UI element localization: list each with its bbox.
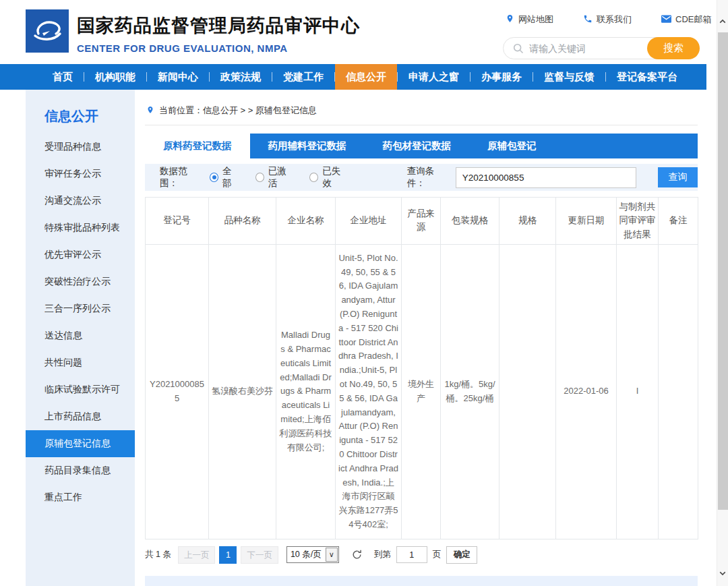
prev-page-button[interactable]: 上一页 (178, 546, 216, 564)
page: 国家药品监督管理局药品审评中心 CENTER FOR DRUG EVALUATI… (0, 0, 728, 586)
mail-icon (661, 15, 671, 25)
query-input[interactable] (456, 167, 636, 188)
col-spec: 规格 (499, 198, 556, 245)
chevron-up-icon[interactable] (717, 15, 728, 27)
query-label: 查询条件： (407, 165, 450, 189)
radio-all-label: 全部 (222, 165, 239, 189)
col-company-address: 企业地址 (336, 198, 402, 245)
col-remark: 备注 (659, 198, 698, 245)
results-table: 登记号 品种名称 企业名称 企业地址 产品来源 包装规格 规格 更新日期 与制剂… (145, 197, 698, 539)
col-product-source: 产品来源 (402, 198, 441, 245)
radio-checked-icon[interactable] (210, 173, 218, 182)
table-header-row: 登记号 品种名称 企业名称 企业地址 产品来源 包装规格 规格 更新日期 与制剂… (146, 198, 698, 245)
radio-activated[interactable]: 已激活 (255, 165, 293, 189)
sidebar-item[interactable]: 上市药品信息 (26, 403, 135, 430)
breadcrumb: 当前位置：信息公开 > > 原辅包登记信息 (145, 102, 698, 125)
col-product-name: 品种名称 (209, 198, 276, 245)
cell-package-spec: 1kg/桶。5kg/桶。25kg/桶 (441, 244, 499, 539)
site-search-button[interactable]: 搜索 (647, 37, 700, 59)
pagination-total: 共 1 条 (145, 549, 171, 560)
goto-label: 到第 (374, 549, 391, 560)
contact-label: 联系我们 (597, 13, 632, 26)
col-approval-result: 与制剂共同审评审批结果 (617, 198, 659, 245)
radio-unchecked-icon[interactable] (255, 173, 264, 182)
sidebar-item[interactable]: 沟通交流公示 (26, 187, 135, 214)
site-titles: 国家药品监督管理局药品审评中心 CENTER FOR DRUG EVALUATI… (77, 13, 360, 54)
sitemap-label: 网站地图 (518, 13, 553, 26)
sidebar-item[interactable]: 特殊审批品种列表 (26, 214, 135, 241)
breadcrumb-text: 当前位置：信息公开 > > 原辅包登记信息 (159, 105, 317, 117)
sidebar-item[interactable]: 受理品种信息 (26, 134, 135, 160)
radio-expired[interactable]: 已失效 (309, 165, 347, 189)
sidebar-item[interactable]: 审评任务公示 (26, 160, 135, 187)
nav-item[interactable]: 登记备案平台 (606, 64, 688, 90)
goto-page-input[interactable] (396, 546, 427, 563)
nav-item[interactable]: 机构职能 (84, 64, 146, 90)
filterbar: 数据范围： 全部 已激活 已失效 (145, 164, 698, 191)
nav-item[interactable]: 申请人之窗 (398, 64, 470, 90)
next-page-button[interactable]: 下一页 (241, 546, 278, 564)
sidebar-item[interactable]: 共性问题 (26, 349, 135, 376)
confirm-button[interactable]: 确定 (446, 546, 477, 564)
cell-approval-result: I (617, 244, 659, 539)
page-number-button[interactable]: 1 (219, 546, 237, 564)
site-header: 国家药品监督管理局药品审评中心 CENTER FOR DRUG EVALUATI… (0, 0, 717, 64)
page-scrollbar[interactable] (717, 0, 728, 586)
tab-excipient-data[interactable]: 药用辅料登记数据 (250, 134, 365, 158)
query-button[interactable]: 查询 (658, 167, 698, 187)
site-title: 国家药品监督管理局药品审评中心 (77, 13, 360, 38)
main-content: 当前位置：信息公开 > > 原辅包登记信息 原料药登记数据 药用辅料登记数据 药… (145, 90, 698, 586)
scope-label: 数据范围： (160, 165, 203, 189)
page-size-value: 10 条/页 (287, 549, 325, 560)
sidebar-item[interactable]: 临床试验默示许可 (26, 376, 135, 403)
sidebar-item[interactable]: 优先审评公示 (26, 241, 135, 268)
site-search: 搜索 (503, 37, 700, 59)
sidebar-item[interactable]: 三合一序列公示 (26, 295, 135, 322)
radio-expired-label: 已失效 (322, 165, 347, 189)
nav-item[interactable]: 新闻中心 (147, 64, 209, 90)
col-company-name: 企业名称 (276, 198, 336, 245)
site-search-input[interactable] (529, 38, 644, 58)
sidebar-item-active[interactable]: 原辅包登记信息 (26, 430, 135, 457)
quick-links: 网站地图 联系我们 CDE邮箱 (506, 13, 711, 26)
location-pin-icon (506, 13, 514, 26)
scope-radio-group: 全部 已激活 已失效 (210, 165, 348, 189)
nav-item[interactable]: 首页 (42, 64, 84, 90)
col-update-date: 更新日期 (556, 198, 617, 245)
contact-link[interactable]: 联系我们 (583, 13, 632, 26)
tab-raw-material-data[interactable]: 原料药登记数据 (145, 134, 250, 158)
location-pin-icon (146, 105, 154, 117)
radio-activated-label: 已激活 (268, 165, 293, 189)
nav-item[interactable]: 办事服务 (471, 64, 533, 90)
tab-packaging-material-data[interactable]: 药包材登记数据 (365, 134, 470, 158)
nav-item[interactable]: 政策法规 (210, 64, 272, 90)
tab-raw-excipient-package[interactable]: 原辅包登记 (469, 134, 555, 158)
main-nav: 首页 机构职能 新闻中心 政策法规 党建工作 信息公开 申请人之窗 办事服务 监… (0, 64, 706, 90)
scrollbar-thumb[interactable] (718, 32, 728, 510)
mail-link[interactable]: CDE邮箱 (661, 13, 711, 26)
col-package-spec: 包装规格 (441, 198, 499, 245)
tabbar: 原料药登记数据 药用辅料登记数据 药包材登记数据 原辅包登记 (145, 134, 698, 158)
chevron-down-icon[interactable] (717, 567, 728, 579)
sitemap-link[interactable]: 网站地图 (506, 13, 553, 26)
radio-unchecked-icon[interactable] (309, 173, 318, 182)
cell-registration-no: Y20210000855 (146, 244, 209, 539)
nav-item-active[interactable]: 信息公开 (335, 64, 397, 90)
refresh-icon[interactable] (351, 549, 363, 561)
radio-all[interactable]: 全部 (210, 165, 239, 189)
nav-item[interactable]: 党建工作 (272, 64, 334, 90)
chevron-down-icon[interactable]: ∨ (326, 548, 338, 562)
sidebar-item[interactable]: 送达信息 (26, 322, 135, 349)
cde-logo[interactable] (26, 9, 69, 53)
mail-label: CDE邮箱 (675, 13, 711, 26)
cell-product-source: 境外生产 (402, 244, 441, 539)
sidebar-item[interactable]: 突破性治疗公示 (26, 268, 135, 295)
footnote: 注：“与制剂共同审评审批结果”释义： 符号 代表含义 A 已批准在上市制剂使用的… (145, 576, 698, 586)
sidebar-item[interactable]: 药品目录集信息 (26, 457, 135, 484)
page-size-select[interactable]: 10 条/页 ∨ (286, 546, 339, 563)
table-row: Y20210000855 氢溴酸右美沙芬 Malladi Drugs & Pha… (146, 244, 698, 539)
search-icon (512, 42, 524, 57)
sidebar-item[interactable]: 重点工作 (26, 484, 135, 511)
cell-spec (499, 244, 556, 539)
nav-item[interactable]: 监督与反馈 (533, 64, 605, 90)
